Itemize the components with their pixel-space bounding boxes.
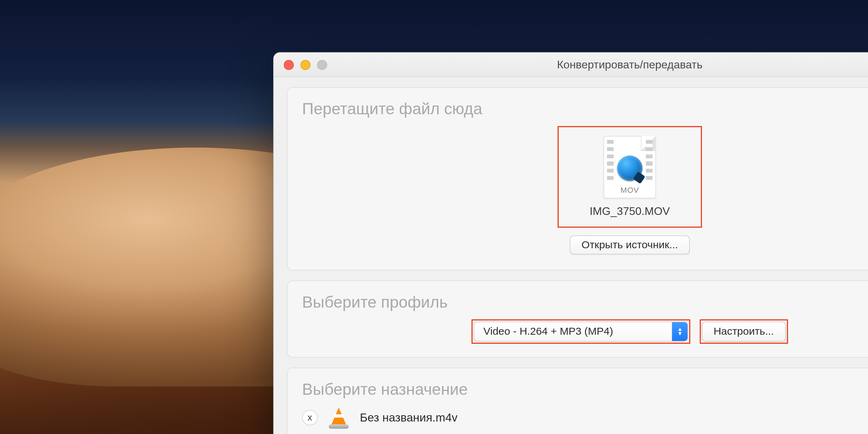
dropped-file-name: IMG_3750.MOV — [590, 205, 670, 218]
window-title: Конвертировать/передавать — [274, 58, 868, 71]
quicktime-icon — [617, 156, 643, 181]
file-dropzone[interactable]: MOV IMG_3750.MOV — [557, 126, 702, 228]
convert-window: Конвертировать/передавать Перетащите фай… — [273, 52, 868, 434]
choose-profile-panel: Выберите профиль Video - H.264 + MP3 (MP… — [287, 281, 868, 358]
profile-select-value: Video - H.264 + MP3 (MP4) — [475, 325, 672, 337]
choose-profile-heading: Выберите профиль — [302, 293, 868, 312]
chevron-up-down-icon: ▲▼ — [672, 322, 688, 341]
choose-destination-heading: Выберите назначение — [302, 381, 868, 399]
highlight-box: Video - H.264 + MP3 (MP4) ▲▼ — [472, 319, 691, 344]
open-source-button[interactable]: Открыть источник... — [570, 235, 690, 254]
destination-file-name: Без названия.m4v — [360, 411, 868, 424]
profile-select[interactable]: Video - H.264 + MP3 (MP4) ▲▼ — [474, 322, 688, 342]
vlc-cone-icon — [329, 407, 349, 429]
titlebar[interactable]: Конвертировать/передавать — [274, 53, 868, 77]
file-type-tag: MOV — [604, 185, 655, 194]
remove-destination-button[interactable]: x — [302, 410, 318, 425]
drop-file-panel: Перетащите файл сюда MOV IMG_3750.MOV От… — [287, 87, 868, 270]
highlight-box: Настроить... — [700, 319, 788, 344]
configure-profile-button[interactable]: Настроить... — [702, 322, 786, 342]
film-sprocket-icon — [646, 140, 652, 182]
film-sprocket-icon — [607, 140, 614, 182]
choose-destination-panel: Выберите назначение x Без названия.m4v О… — [287, 368, 868, 434]
drop-file-heading: Перетащите файл сюда — [302, 100, 868, 118]
mov-file-icon: MOV — [604, 136, 656, 198]
